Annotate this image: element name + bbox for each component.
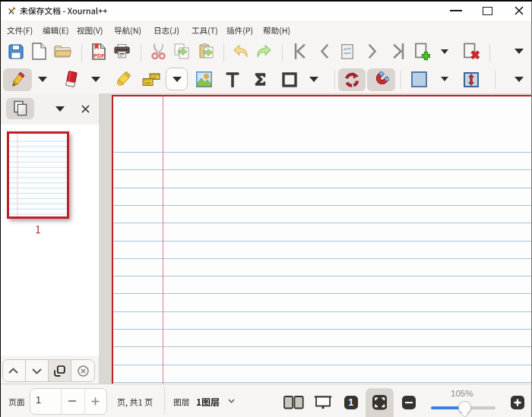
svg-text:PDF: PDF — [93, 52, 105, 59]
svg-text:1234: 1234 — [151, 76, 157, 79]
svg-text:12345: 12345 — [144, 82, 151, 85]
